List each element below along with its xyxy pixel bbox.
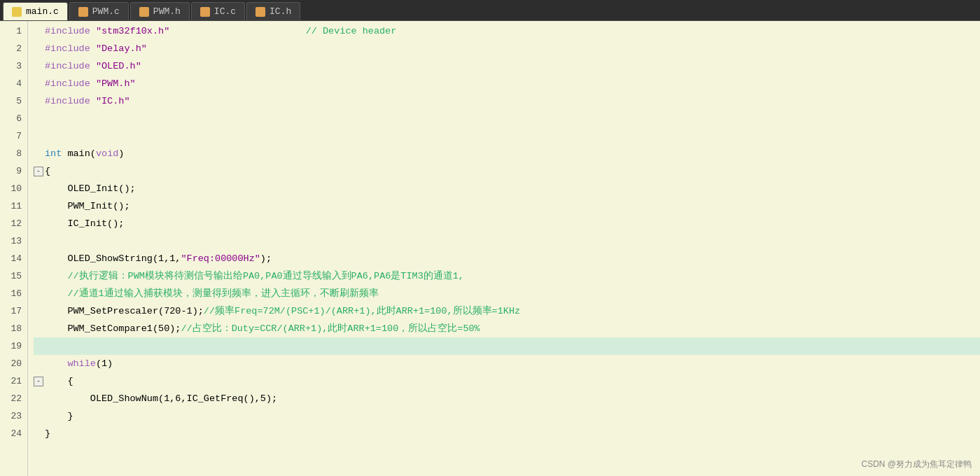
code-line-19 [34,337,980,355]
line-num-5: 5 [3,92,22,110]
code-line-22: OLED_ShowNum(1,6,IC_GetFreq(),5); [34,390,980,407]
tab-main-c[interactable]: main.c [3,2,68,20]
tab-icon-pwm-c [78,7,88,17]
code-line-2: #include "Delay.h" [34,40,980,57]
line-num-3: 3 [3,57,22,75]
code-line-11: PWM_Init(); [34,197,980,215]
tab-pwm-c[interactable]: PWM.c [69,2,129,20]
tab-label-main-c: main.c [26,6,59,17]
tab-pwm-h[interactable]: PWM.h [130,2,190,20]
line-num-22: 22 [3,390,22,407]
line-num-8: 8 [3,145,22,162]
code-line-10: OLED_Init(); [34,180,980,197]
code-line-5: #include "IC.h" [34,92,980,110]
fold-icon-21[interactable]: - [34,377,43,386]
line-num-10: 10 [3,180,22,197]
tab-ic-c[interactable]: IC.c [191,2,245,20]
tab-bar: main.c PWM.c PWM.h IC.c IC.h [0,0,980,21]
code-line-13 [34,232,980,250]
code-line-24: } [34,425,980,442]
line-num-12: 12 [3,215,22,232]
code-line-15: //执行逻辑：PWM模块将待测信号输出给PA0,PA0通过导线输入到PA6,PA… [34,267,980,285]
code-line-20: while(1) [34,355,980,372]
tab-label-pwm-c: PWM.c [92,6,120,17]
line-num-21: 21 [3,372,22,390]
line-num-18: 18 [3,320,22,337]
line-num-9: 9 [3,162,22,180]
code-line-7 [34,127,980,145]
code-line-8: int main(void) [34,145,980,162]
fold-icon-9[interactable]: - [34,167,43,176]
tab-ic-h[interactable]: IC.h [246,2,300,20]
line-numbers: 1 2 3 4 5 6 7 8 9 10 11 12 13 14 15 16 1… [0,21,28,476]
line-num-4: 4 [3,75,22,92]
code-line-4: #include "PWM.h" [34,75,980,92]
tab-icon-ic-c [200,7,210,17]
code-line-14: OLED_ShowString(1,1,"Freq:00000Hz"); [34,250,980,267]
line-num-11: 11 [3,197,22,215]
line-num-20: 20 [3,355,22,372]
tab-label-pwm-h: PWM.h [153,6,181,17]
tab-icon-pwm-h [139,7,149,17]
line-num-1: 1 [3,22,22,40]
tab-label-ic-c: IC.c [214,6,236,17]
line-num-13: 13 [3,232,22,250]
line-num-6: 6 [3,110,22,127]
line-num-16: 16 [3,285,22,302]
tab-icon-main-c [12,7,22,17]
watermark: CSDN @努力成为焦耳定律鸭 [861,458,972,470]
tab-icon-ic-h [255,7,265,17]
line-num-15: 15 [3,267,22,285]
code-line-17: PWM_SetPrescaler(720-1);//频率Freq=72M/(PS… [34,302,980,320]
code-line-18: PWM_SetCompare1(50);//占空比：Duty=CCR/(ARR+… [34,320,980,337]
code-line-6 [34,110,980,127]
code-line-12: IC_Init(); [34,215,980,232]
line-num-14: 14 [3,250,22,267]
line-num-23: 23 [3,407,22,425]
code-line-23: } [34,407,980,425]
code-content[interactable]: #include "stm32f10x.h" // Device header … [28,21,980,476]
code-line-9: - { [34,162,980,180]
line-num-24: 24 [3,425,22,442]
line-num-19: 19 [3,337,22,355]
code-line-16: //通道1通过输入捕获模块，测量得到频率，进入主循环，不断刷新频率 [34,285,980,302]
line-num-7: 7 [3,127,22,145]
code-line-21: - { [34,372,980,390]
code-line-3: #include "OLED.h" [34,57,980,75]
editor: 1 2 3 4 5 6 7 8 9 10 11 12 13 14 15 16 1… [0,21,980,476]
tab-label-ic-h: IC.h [270,6,291,17]
line-num-2: 2 [3,40,22,57]
line-num-17: 17 [3,302,22,320]
code-line-1: #include "stm32f10x.h" // Device header [34,22,980,40]
